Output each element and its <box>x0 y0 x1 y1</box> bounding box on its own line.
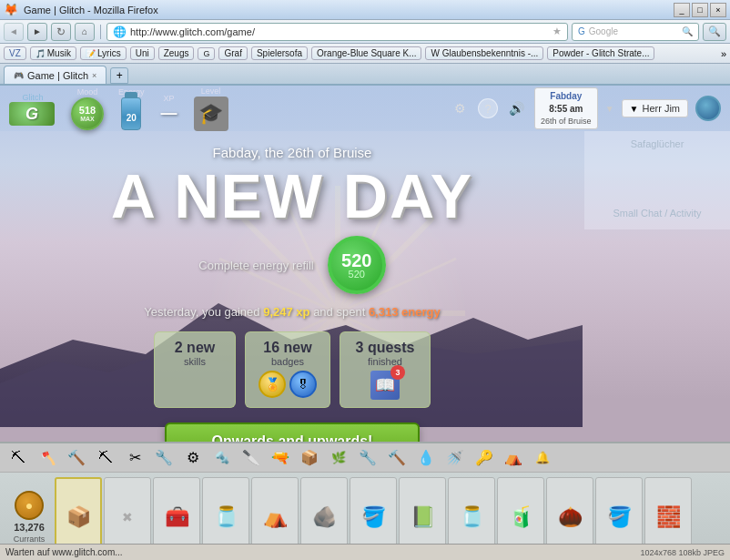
tool-pickaxe-1[interactable]: ⛏ <box>5 446 31 470</box>
tool-wrench-2[interactable]: 🔧 <box>355 446 380 470</box>
address-bar[interactable]: 🌐 http://www.glitch.com/game/ ★ <box>106 23 568 41</box>
bookmark-glaubens[interactable]: W Glaubensbekenntnis -... <box>425 46 543 60</box>
level-stat-group: Level 🎓 <box>194 87 228 131</box>
sidebar-chat: Small Chat / Activity <box>592 208 723 219</box>
energy-spent: 6,313 energy <box>369 305 441 319</box>
energy-stat-group: Energy 20 <box>118 87 145 130</box>
header-icons: ⚙ ? 🔊 Fabday 8:55 am 26th of Bruise ▼ ▼ … <box>449 87 721 130</box>
datetime-date: 26th of Bruise <box>541 116 592 127</box>
bookmark-orange[interactable]: Orange-Blue Square K... <box>311 46 422 60</box>
restore-button[interactable]: □ <box>692 3 708 17</box>
badges-achievement: 16 new badges 🏅 🎖 <box>245 331 330 408</box>
currants-label: Currants <box>14 535 46 544</box>
close-button[interactable]: × <box>710 3 726 17</box>
bookmarks-more[interactable]: » <box>721 48 726 59</box>
level-icon: 🎓 <box>194 97 228 131</box>
quests-number: 3 quests <box>353 340 417 356</box>
badge-gold: 🏅 <box>259 371 286 398</box>
mood-sub: MAX <box>80 116 95 122</box>
url-text: http://www.glitch.com/game/ <box>130 26 255 37</box>
game-area: Glitch G Mood 518 MAX Energy <box>0 86 730 477</box>
bookmark-zeugs[interactable]: Zeugs <box>158 46 195 60</box>
achievements-row: 2 new skills 16 new badges 🏅 🎖 3 quests … <box>154 331 431 408</box>
tab-close-icon[interactable]: × <box>92 71 96 80</box>
settings-icon[interactable]: ⚙ <box>449 97 471 119</box>
tool-shower[interactable]: 🚿 <box>442 446 468 470</box>
bookmark-powder[interactable]: Powder - Glitch Strate... <box>547 46 654 60</box>
badges-number: 16 new <box>259 340 317 356</box>
stats-mid: and spent <box>313 305 365 319</box>
currants-coin: ● <box>15 491 44 520</box>
skills-achievement: 2 new skills <box>154 331 236 408</box>
tool-bell[interactable]: 🔔 <box>530 446 555 470</box>
xp-stat-group: XP — <box>161 94 177 123</box>
forward-button[interactable]: ► <box>27 23 47 41</box>
tool-knife[interactable]: 🔪 <box>238 446 264 470</box>
energy-refill-section: Complete energy refill 520 520 <box>198 236 385 294</box>
sidebar-safaglücher: Safaglücher <box>592 138 723 149</box>
tool-nut[interactable]: 🔩 <box>209 446 235 470</box>
search-placeholder: Google <box>589 26 618 36</box>
tool-hammer-2[interactable]: 🔨 <box>384 446 410 470</box>
skills-label: skills <box>167 356 222 367</box>
bookmark-musik[interactable]: 🎵 Musik <box>30 46 76 60</box>
status-resolution: 1024x768 108kb JPEG <box>640 548 725 557</box>
tab-bar: 🎮 Game | Glitch × + <box>0 64 730 86</box>
tool-tent[interactable]: ⛺ <box>501 446 526 470</box>
xp-value: — <box>161 104 177 123</box>
tool-key[interactable]: 🔑 <box>471 446 497 470</box>
inventory-tools-row: ⛏ 🪓 🔨 ⛏ ✂ 🔧 ⚙ 🔩 🔪 🔫 📦 🌿 🔧 🔨 💧 🚿 🔑 ⛺ 🔔 <box>0 443 730 473</box>
xp-gained: 9,247 xp <box>263 305 309 319</box>
home-button[interactable]: ⌂ <box>75 23 95 41</box>
username: Herr Jim <box>642 103 680 114</box>
glitch-logo: Glitch G <box>9 91 56 126</box>
tool-herb[interactable]: 🌿 <box>326 446 351 470</box>
mood-label: Mood <box>77 87 98 97</box>
tool-box[interactable]: 📦 <box>297 446 322 470</box>
tool-spray[interactable]: 🔫 <box>268 446 293 470</box>
bookmark-vz[interactable]: VZ <box>4 46 26 60</box>
google-search[interactable]: G Google 🔍 <box>572 23 699 41</box>
energy-flask-value: 20 <box>127 113 137 123</box>
help-icon[interactable]: ? <box>478 98 498 118</box>
search-icon-btn[interactable]: 🔍 <box>703 23 726 41</box>
tool-drop[interactable]: 💧 <box>413 446 439 470</box>
level-label: Level <box>201 87 221 96</box>
bookmark-google[interactable]: G <box>198 47 215 60</box>
mood-value: 518 <box>79 105 96 116</box>
badges-label: badges <box>259 356 317 367</box>
minimize-button[interactable]: _ <box>674 3 690 17</box>
tool-wrench[interactable]: 🔧 <box>151 446 177 470</box>
tab-label: Game | Glitch <box>27 70 88 81</box>
energy-refill-label: Complete energy refill <box>198 259 313 272</box>
user-button[interactable]: ▼ Herr Jim <box>622 99 688 117</box>
mood-stat-group: Mood 518 MAX <box>71 87 104 130</box>
bookmark-lyrics[interactable]: 📝 Lyrics <box>80 46 127 60</box>
sound-icon[interactable]: 🔊 <box>505 97 527 119</box>
tool-pickaxe-3[interactable]: ⛏ <box>93 446 118 470</box>
quests-achievement: 3 quests finished 📖 3 <box>340 331 431 408</box>
inventory-bar: ⛏ 🪓 🔨 ⛏ ✂ 🔧 ⚙ 🔩 🔪 🔫 📦 🌿 🔧 🔨 💧 🚿 🔑 ⛺ 🔔 ● … <box>0 442 730 560</box>
new-tab-button[interactable]: + <box>110 67 128 84</box>
user-avatar[interactable] <box>695 96 721 121</box>
game-header: Glitch G Mood 518 MAX Energy <box>0 86 730 131</box>
main-content: Fabday, the 26th of Bruise A NEW DAY Com… <box>0 136 584 461</box>
bookmarks-bar: VZ 🎵 Musik 📝 Lyrics Uni Zeugs G Graf Spi… <box>0 44 730 64</box>
tool-scissors[interactable]: ✂ <box>122 446 147 470</box>
back-button[interactable]: ◄ <box>4 23 24 41</box>
bookmark-graf[interactable]: Graf <box>218 46 247 60</box>
tool-pickaxe-2[interactable]: 🪓 <box>35 446 60 470</box>
mood-orb: 518 MAX <box>71 97 104 130</box>
stats-line: Yesterday, you gained 9,247 xp and spent… <box>144 305 440 319</box>
title-bar: 🦊 Game | Glitch - Mozilla Firefox _ □ × <box>0 0 730 20</box>
tool-gear[interactable]: ⚙ <box>180 446 206 470</box>
bookmark-spielersofa[interactable]: Spielersofa <box>251 46 308 60</box>
datetime-dropdown[interactable]: ▼ <box>605 104 614 114</box>
tool-hammer[interactable]: 🔨 <box>64 446 89 470</box>
quest-book-icon: 📖 3 <box>370 371 400 400</box>
refresh-button[interactable]: ↻ <box>51 23 71 41</box>
quests-label: finished <box>353 356 417 367</box>
datetime-box: Fabday 8:55 am 26th of Bruise <box>534 87 598 130</box>
bookmark-uni[interactable]: Uni <box>130 46 155 60</box>
active-tab[interactable]: 🎮 Game | Glitch × <box>4 66 106 84</box>
